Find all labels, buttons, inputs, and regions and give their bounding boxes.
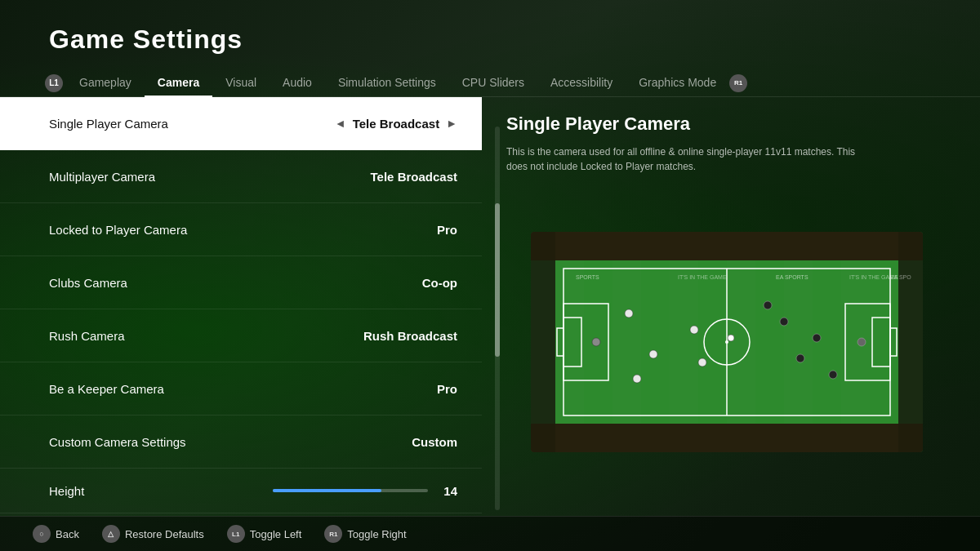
multiplayer-camera-label: Multiplayer Camera	[49, 170, 155, 184]
svg-point-32	[764, 301, 772, 309]
tab-accessibility[interactable]: Accessibility	[537, 69, 626, 97]
toggle-left-label: Toggle Left	[250, 528, 302, 540]
arrow-right-icon: ►	[446, 117, 457, 130]
toggle-left-action[interactable]: L1 Toggle Left	[227, 525, 302, 543]
svg-rect-3	[531, 232, 555, 452]
single-player-camera-value: ◄ Tele Broadcast ►	[335, 117, 457, 131]
svg-point-24	[633, 375, 641, 383]
page-title: Game Settings	[49, 24, 931, 55]
svg-point-33	[858, 338, 866, 346]
restore-defaults-label: Restore Defaults	[125, 528, 204, 540]
svg-point-22	[625, 309, 633, 318]
r1-icon: R1	[729, 74, 747, 92]
setting-rush-camera[interactable]: Rush Camera Rush Broadcast	[0, 309, 482, 362]
svg-point-23	[649, 350, 657, 358]
height-value: 14	[438, 484, 457, 498]
scroll-thumb	[495, 203, 500, 357]
height-slider-control[interactable]: 14	[114, 484, 457, 498]
svg-text:IT'S IN THE GAME: IT'S IN THE GAME	[678, 274, 727, 280]
svg-point-27	[592, 338, 600, 346]
svg-text:EA SPO: EA SPO	[890, 274, 911, 280]
settings-panel: Single Player Camera ◄ Tele Broadcast ► …	[0, 97, 482, 516]
svg-rect-2	[531, 424, 923, 452]
triangle-button-icon: △	[102, 525, 120, 543]
svg-rect-7	[612, 260, 641, 424]
preview-container: SPORTS IT'S IN THE GAME EA SPORTS IT'S I…	[506, 184, 947, 500]
l1-icon: L1	[45, 74, 63, 92]
svg-point-25	[690, 326, 698, 334]
height-label: Height	[49, 484, 114, 498]
detail-title: Single Player Camera	[506, 113, 947, 135]
height-slider-track[interactable]	[273, 489, 428, 492]
tab-graphics[interactable]: Graphics Mode	[626, 69, 729, 97]
preview-image: SPORTS IT'S IN THE GAME EA SPORTS IT'S I…	[531, 232, 923, 452]
svg-point-28	[780, 318, 788, 326]
setting-locked-to-player[interactable]: Locked to Player Camera Pro	[0, 203, 482, 256]
setting-be-a-keeper[interactable]: Be a Keeper Camera Pro	[0, 362, 482, 415]
circle-button-icon: ○	[33, 525, 51, 543]
svg-point-29	[796, 354, 804, 362]
svg-text:SPORTS: SPORTS	[576, 274, 599, 280]
rush-camera-label: Rush Camera	[49, 329, 125, 343]
tab-visual[interactable]: Visual	[212, 69, 270, 97]
setting-single-player-camera[interactable]: Single Player Camera ◄ Tele Broadcast ►	[0, 97, 482, 150]
setting-clubs-camera[interactable]: Clubs Camera Co-op	[0, 256, 482, 309]
main-content: Single Player Camera ◄ Tele Broadcast ► …	[0, 97, 980, 516]
custom-camera-value: Custom	[412, 435, 457, 449]
tab-gameplay[interactable]: Gameplay	[66, 69, 145, 97]
svg-point-15	[725, 340, 728, 344]
back-label: Back	[56, 528, 79, 540]
tab-camera[interactable]: Camera	[145, 69, 212, 97]
locked-to-player-value: Pro	[437, 223, 457, 237]
arrow-left-icon: ◄	[335, 117, 346, 130]
tab-simulation[interactable]: Simulation Settings	[325, 69, 449, 97]
svg-rect-10	[784, 260, 813, 424]
be-a-keeper-value: Pro	[437, 382, 457, 396]
svg-point-31	[829, 371, 837, 379]
restore-defaults-action[interactable]: △ Restore Defaults	[102, 525, 204, 543]
single-player-camera-label: Single Player Camera	[49, 117, 168, 131]
svg-rect-4	[898, 232, 923, 452]
header: Game Settings	[0, 0, 980, 63]
tab-bar: L1 Gameplay Camera Visual Audio Simulati…	[0, 63, 980, 97]
multiplayer-camera-value: Tele Broadcast	[371, 170, 457, 184]
svg-point-26	[698, 358, 706, 367]
rush-camera-value: Rush Broadcast	[363, 329, 457, 343]
clubs-camera-value: Co-op	[422, 276, 457, 290]
svg-rect-8	[670, 260, 698, 424]
svg-rect-9	[727, 260, 755, 424]
setting-custom-camera[interactable]: Custom Camera Settings Custom	[0, 415, 482, 469]
l1-button-icon: L1	[227, 525, 245, 543]
pitch-svg: SPORTS IT'S IN THE GAME EA SPORTS IT'S I…	[531, 232, 923, 452]
svg-rect-6	[555, 260, 584, 424]
back-action[interactable]: ○ Back	[33, 525, 79, 543]
scroll-indicator	[495, 127, 500, 510]
right-panel: Single Player Camera This is the camera …	[482, 97, 980, 516]
bottom-bar: ○ Back △ Restore Defaults L1 Toggle Left…	[0, 516, 980, 551]
tab-audio[interactable]: Audio	[270, 69, 325, 97]
toggle-right-label: Toggle Right	[347, 528, 406, 540]
tab-cpu-sliders[interactable]: CPU Sliders	[449, 69, 537, 97]
svg-point-30	[813, 334, 821, 342]
svg-point-34	[728, 335, 734, 341]
detail-description: This is the camera used for all offline …	[506, 144, 866, 174]
custom-camera-label: Custom Camera Settings	[49, 435, 186, 449]
height-slider-row: Height 14	[0, 469, 482, 513]
locked-to-player-label: Locked to Player Camera	[49, 223, 187, 237]
svg-rect-1	[531, 232, 923, 260]
r1-button-icon: R1	[324, 525, 342, 543]
setting-multiplayer-camera[interactable]: Multiplayer Camera Tele Broadcast	[0, 150, 482, 203]
be-a-keeper-label: Be a Keeper Camera	[49, 382, 164, 396]
toggle-right-action[interactable]: R1 Toggle Right	[324, 525, 406, 543]
clubs-camera-label: Clubs Camera	[49, 276, 127, 290]
height-slider-fill	[273, 489, 381, 492]
svg-text:EA SPORTS: EA SPORTS	[776, 274, 808, 280]
